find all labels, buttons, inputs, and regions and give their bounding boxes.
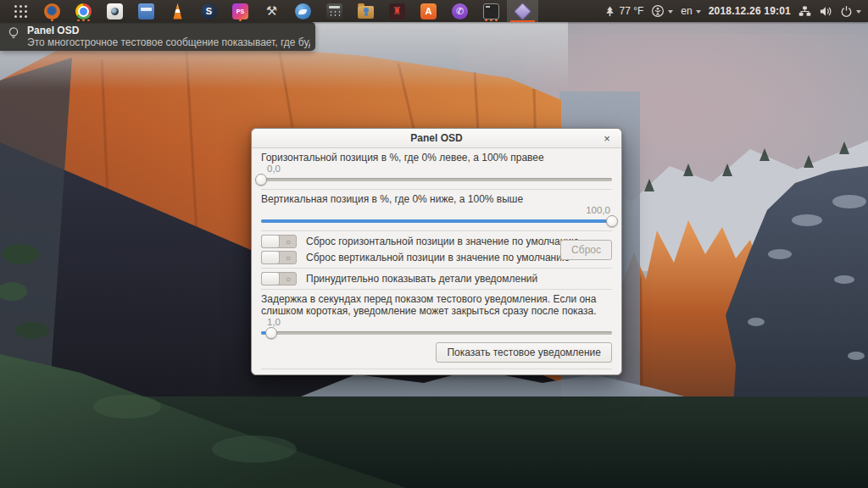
launcher-chrome[interactable] [68, 0, 99, 22]
launcher-calculator[interactable] [319, 0, 350, 22]
separator [261, 268, 612, 269]
status-area: 77 °F en 2018.12.26 19:01 [604, 0, 868, 22]
accessibility-indicator[interactable] [651, 0, 673, 22]
reset-horizontal-row: ○ Сброс горизонтальной позиции в значени… [261, 235, 554, 248]
session-indicator[interactable] [840, 0, 861, 22]
apps-grid-icon [14, 4, 28, 18]
slider-handle[interactable] [606, 215, 618, 227]
launcher-files[interactable] [350, 0, 381, 22]
top-panel: S PS ⚒ ♜ A ✆ 77 °F en [0, 0, 868, 22]
desktop: S PS ⚒ ♜ A ✆ 77 °F en [0, 0, 868, 488]
chevron-down-icon [668, 10, 673, 14]
delay-value: 1,0 [267, 317, 612, 327]
phpstorm-icon: PS [232, 3, 248, 19]
launcher-tower[interactable]: ♜ [381, 0, 413, 22]
delay-label: Задержка в секундах перед показом тестов… [261, 293, 612, 317]
launcher-strip: S PS ⚒ ♜ A ✆ [0, 0, 538, 22]
vertical-position-slider[interactable] [261, 215, 612, 227]
accessibility-icon [651, 4, 665, 18]
panel-osd-diamond-icon [514, 2, 531, 19]
notification-bubble: Panel OSD Это многострочное тестовое соо… [0, 22, 315, 51]
launcher-phpstorm[interactable]: PS [225, 0, 256, 22]
weather-indicator[interactable]: 77 °F [604, 0, 644, 22]
reset-vertical-switch[interactable]: ○ [261, 251, 297, 264]
weather-temp: 77 °F [620, 5, 644, 17]
launcher-app-store[interactable]: A [413, 0, 444, 22]
apps-menu-button[interactable] [5, 0, 36, 22]
reset-horizontal-switch[interactable]: ○ [261, 235, 297, 248]
launcher-firefox[interactable] [36, 0, 68, 22]
launcher-documents[interactable] [131, 0, 162, 22]
vlc-cone-icon [170, 3, 185, 19]
volume-indicator[interactable] [819, 0, 832, 22]
dialog-title: Panel OSD [410, 132, 462, 144]
force-details-switch[interactable]: ○ [261, 272, 297, 286]
dialog-body: Горизонтальной позиция в %, где 0% левее… [252, 148, 621, 375]
chevron-down-icon [696, 10, 701, 14]
slider-handle[interactable] [265, 327, 277, 339]
force-details-row: ○ Принудительно показывать детали уведом… [261, 272, 612, 286]
clock-label: 2018.12.26 19:01 [709, 5, 791, 17]
network-icon [798, 5, 811, 18]
horizontal-position-slider[interactable] [261, 174, 612, 186]
launcher-camera[interactable] [99, 0, 131, 22]
slider-fill [261, 219, 612, 223]
speaker-icon [819, 5, 832, 18]
reset-vertical-row: ○ Сброс вертикальной позиции в значение … [261, 251, 554, 264]
reset-vertical-label: Сброс вертикальной позиции в значение по… [306, 252, 570, 263]
notification-body: Это многострочное тестовое сообщение пок… [27, 36, 310, 48]
close-button[interactable]: × [600, 131, 614, 145]
separator [261, 289, 612, 290]
terminal-icon [483, 3, 499, 19]
viber-phone-icon: ✆ [452, 3, 468, 19]
show-test-notification-button[interactable]: Показать тестовое уведомление [436, 342, 612, 363]
reset-horizontal-label: Сброс горизонтальной позиции в значение … [306, 236, 579, 247]
launcher-vlc[interactable] [162, 0, 193, 22]
dialog-titlebar[interactable]: Panel OSD × [252, 129, 621, 148]
app-store-icon: A [420, 3, 437, 19]
reset-toggle-group: ○ Сброс горизонтальной позиции в значени… [261, 235, 612, 264]
launcher-terminal[interactable] [476, 0, 507, 22]
panel-osd-dialog: Panel OSD × Горизонтальной позиция в %, … [251, 128, 622, 375]
weather-tree-icon [604, 5, 616, 18]
separator [261, 189, 612, 190]
horizontal-position-value: 0,0 [267, 164, 612, 174]
firefox-icon [44, 3, 60, 19]
active-window-indicator [510, 20, 535, 22]
home-folder-icon [358, 6, 374, 19]
tower-icon: ♜ [389, 3, 405, 19]
horizontal-position-label: Горизонтальной позиция в %, где 0% левее… [261, 152, 612, 164]
keyboard-layout-indicator[interactable]: en [681, 0, 700, 22]
slider-handle[interactable] [255, 174, 267, 186]
camera-icon [107, 3, 123, 19]
clock-indicator[interactable]: 2018.12.26 19:01 [709, 0, 791, 22]
power-icon [840, 5, 853, 18]
delay-slider[interactable] [261, 327, 612, 339]
chrome-icon [75, 3, 92, 19]
switch-off-glyph: ○ [286, 252, 291, 263]
document-icon [138, 3, 154, 19]
lightbulb-icon [8, 26, 20, 45]
thunderbird-icon [295, 3, 311, 19]
tools-icon: ⚒ [264, 3, 280, 19]
switch-off-glyph: ○ [286, 274, 291, 285]
launcher-panel-osd-active[interactable] [507, 0, 538, 22]
keyboard-layout-label: en [681, 5, 692, 17]
notification-title: Panel OSD [27, 25, 79, 36]
launcher-thunderbird[interactable] [287, 0, 319, 22]
launcher-viber[interactable]: ✆ [444, 0, 476, 22]
launcher-shutter[interactable]: S [193, 0, 225, 22]
calculator-icon [326, 3, 342, 19]
force-details-label: Принудительно показывать детали уведомле… [306, 273, 537, 285]
switch-off-glyph: ○ [286, 236, 291, 247]
vertical-position-label: Вертикальная позиция в %, где 0% ниже, а… [261, 193, 612, 205]
separator [261, 230, 612, 231]
vertical-position-value: 100,0 [261, 205, 610, 215]
shutter-icon: S [201, 3, 217, 19]
network-indicator[interactable] [798, 0, 811, 22]
chevron-down-icon [856, 10, 861, 14]
launcher-tools[interactable]: ⚒ [256, 0, 287, 22]
separator [261, 369, 612, 369]
reset-button[interactable]: Сброс [560, 240, 612, 260]
